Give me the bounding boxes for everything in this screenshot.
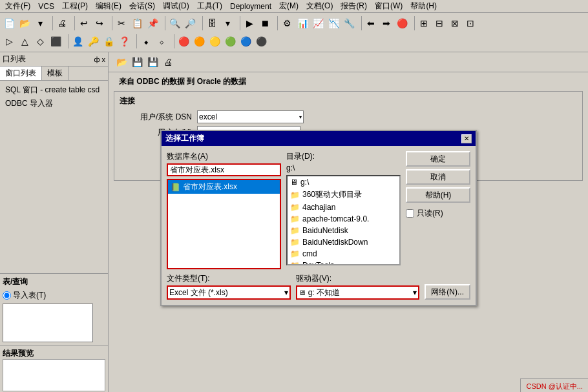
r2-btn4[interactable]: ⬛ [48,34,63,48]
dir-item-7[interactable]: 📁 DevTools [288,260,399,265]
file-name: 省市对应表.xlsx [183,181,237,192]
dir-item-2[interactable]: 📁 4achajian [288,201,399,213]
network-button[interactable]: 网络(N)... [425,284,470,300]
rt-btn1[interactable]: 📂 [114,55,129,69]
menu-item[interactable]: 调试(D) [159,0,193,12]
open-btn[interactable]: 📂 [17,16,32,30]
r2-btn15[interactable]: 🔵 [238,34,253,48]
r2-btn13[interactable]: 🟡 [207,34,222,48]
menu-item[interactable]: 文件(F) [1,0,34,12]
r2-btn8[interactable]: ❓ [116,34,132,48]
driver-combo[interactable]: 🖥 g: 不知道 ▾ [296,285,420,300]
help-button[interactable]: 帮助(H) [406,187,470,203]
menu-item[interactable]: 宏(M) [275,0,302,12]
r2-btn7[interactable]: 🔒 [101,34,116,48]
dsn-combo[interactable]: excel ▾ [197,110,304,123]
menu-item[interactable]: 文档(O) [302,0,337,12]
sep12 [171,34,174,48]
dropdown-btn[interactable]: ▾ [32,16,48,30]
run-btn[interactable]: ▶ [242,16,257,30]
tool2-btn[interactable]: 📊 [295,16,310,30]
tool1-btn[interactable]: ⚙ [279,16,295,30]
find-btn[interactable]: 🔍 [167,16,182,30]
new-btn[interactable]: 📄 [1,16,17,30]
r2-btn10[interactable]: ⬦ [154,34,169,48]
panel-title: 口列表 [3,54,26,65]
database-name-input[interactable] [167,163,281,176]
paste-btn[interactable]: 📌 [145,16,160,30]
readonly-checkbox[interactable] [406,209,414,218]
driver-combo-inner: 🖥 g: 不知道 ▾ [299,287,417,298]
db-btn[interactable]: 🗄 [204,16,220,30]
more3-btn[interactable]: ⊠ [447,16,463,30]
network-btn-col: 网络(N)... [425,273,470,300]
cancel-button[interactable]: 取消 [406,169,470,185]
dialog-right-col: 确定 取消 帮助(H) 只读(R) [406,151,470,269]
menu-item[interactable]: 窗口(W) [371,0,406,12]
panel-item-odbc[interactable]: ODBC 导入器 [3,97,105,110]
menu-item[interactable]: 工程(P) [58,0,92,12]
file-listbox-item[interactable]: 📗 省市对应表.xlsx [168,180,280,194]
print-btn[interactable]: 🖨 [54,16,70,30]
find2-btn[interactable]: 🔎 [182,16,198,30]
r2-btn3[interactable]: ◇ [32,34,48,48]
panel-pin[interactable]: ф х [94,56,105,63]
nav3-btn[interactable]: 🔴 [394,16,410,30]
r2-btn11[interactable]: 🔴 [176,34,191,48]
panel-item-sql[interactable]: SQL 窗口 - create table csd [3,83,105,97]
r2-btn9[interactable]: ⬥ [138,34,154,48]
more4-btn[interactable]: ⊡ [463,16,478,30]
menu-item[interactable]: 会话(S) [125,0,159,12]
r2-btn6[interactable]: 🔑 [85,34,101,48]
menu-item[interactable]: 报告(R) [337,0,371,12]
rt-btn2[interactable]: 💾 [129,55,145,69]
menu-item[interactable]: Deployment [226,1,275,12]
r2-btn5[interactable]: 👤 [70,34,85,48]
r2-btn12[interactable]: 🟠 [191,34,207,48]
dir-item-4[interactable]: 📁 BaiduNetdisk [288,225,399,236]
menu-item[interactable]: VCS [34,1,58,12]
tab-template[interactable]: 模板 [42,67,68,80]
dialog-title: 选择工作簿 [165,133,204,144]
toolbar-row-2: ▷ △ ◇ ⬛ 👤 🔑 🔒 ❓ ⬥ ⬦ 🔴 🟠 🟡 🟢 🔵 ⚫ [1,32,587,50]
dir-item-6[interactable]: 📁 cmd [288,248,399,260]
file-listbox[interactable]: 📗 省市对应表.xlsx [167,179,281,269]
menu-item[interactable]: 帮助(H) [406,0,441,12]
import-table-radio[interactable] [3,291,11,300]
directory-listbox[interactable]: 🖥 g:\ 📁 360驱动大师目录 📁 4achajian [286,175,401,265]
ok-button[interactable]: 确定 [406,151,470,167]
r2-btn16[interactable]: ⚫ [253,34,269,48]
dialog-close-button[interactable]: ✕ [461,134,472,143]
menu-bar: const menuData = JSON.parse(document.get… [0,0,588,13]
r2-btn14[interactable]: 🟢 [222,34,238,48]
odbc-title: 来自 ODBC 的数据 到 Oracle 的数据 [109,72,588,91]
db2-btn[interactable]: ▾ [220,16,235,30]
tool3-btn[interactable]: 📈 [310,16,326,30]
rt-btn4[interactable]: 🖨 [160,55,176,69]
tool5-btn[interactable]: 🔧 [341,16,357,30]
cut-btn[interactable]: ✂ [114,16,129,30]
nav2-btn[interactable]: ➡ [379,16,394,30]
dir-item-1[interactable]: 📁 360驱动大师目录 [288,188,399,201]
stop-btn[interactable]: ⏹ [257,16,273,30]
copy-btn[interactable]: 📋 [129,16,145,30]
csdn-watermark: CSDN @认证中... [520,378,588,392]
redo-btn[interactable]: ↪ [92,16,107,30]
menu-item[interactable]: 编辑(E) [92,0,125,12]
tab-window-list[interactable]: 窗口列表 [0,67,42,80]
r2-btn2[interactable]: △ [17,34,32,48]
filetype-combo[interactable]: Excel 文件 (*.xls) ▾ [167,285,291,300]
menu-item[interactable]: 工具(T) [193,0,226,12]
dir-item-0[interactable]: 🖥 g:\ [288,176,399,188]
tool4-btn[interactable]: 📉 [326,16,341,30]
rt-btn3[interactable]: 💾 [145,55,160,69]
r2-btn1[interactable]: ▷ [1,34,17,48]
nav1-btn[interactable]: ⬅ [363,16,379,30]
table-listbox[interactable] [3,304,93,342]
more1-btn[interactable]: ⊞ [416,16,432,30]
dir-item-5[interactable]: 📁 BaiduNetdiskDown [288,236,399,248]
dsn-combo-arrow: ▾ [299,114,302,120]
more2-btn[interactable]: ⊟ [432,16,447,30]
dir-item-3[interactable]: 📁 apache-tomcat-9.0. [288,213,399,225]
undo-btn[interactable]: ↩ [76,16,92,30]
